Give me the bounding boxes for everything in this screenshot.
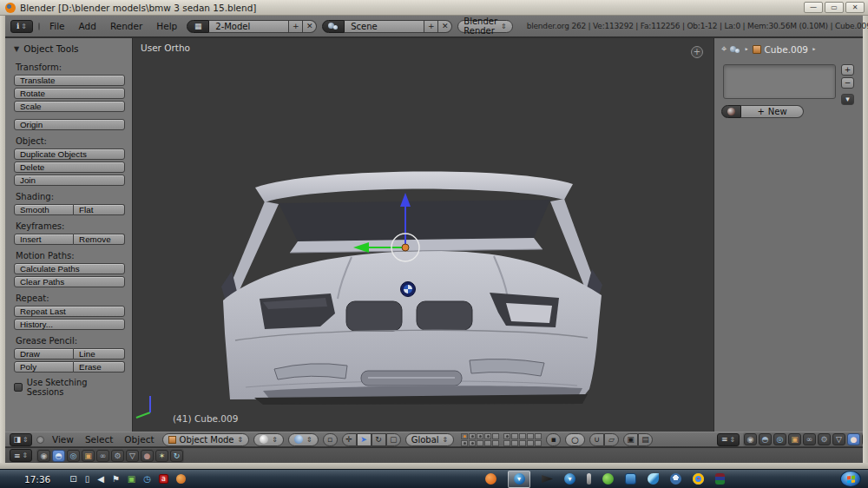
remove-material-slot-button[interactable]: − — [841, 77, 854, 89]
clock-sync-tray-icon[interactable]: ◷ — [143, 474, 151, 484]
remove-keyframe-button[interactable]: Remove — [74, 234, 125, 245]
paw-app-taskbar-icon[interactable] — [670, 473, 681, 485]
layer-cell[interactable] — [477, 440, 483, 446]
delete-layout-button[interactable]: ✕ — [303, 20, 317, 33]
snap-element-dropdown[interactable]: ▱ — [604, 433, 619, 446]
add-material-slot-button[interactable]: + — [841, 64, 854, 76]
scene-icon[interactable] — [322, 20, 345, 33]
tab-material-icon[interactable]: ● — [141, 450, 154, 462]
tab-render-icon[interactable]: ◉ — [744, 433, 757, 445]
menu-select[interactable]: Select — [82, 434, 116, 445]
header-collapse-dot[interactable] — [36, 436, 44, 444]
delete-button[interactable]: Delete — [14, 162, 125, 173]
grease-line-button[interactable]: Line — [74, 348, 125, 359]
join-button[interactable]: Join — [14, 175, 125, 186]
swoosh-app-taskbar-icon[interactable] — [648, 473, 659, 485]
layer-cell[interactable] — [492, 433, 499, 439]
layer-cell[interactable] — [503, 440, 510, 446]
tab-modifiers-icon[interactable]: ⚙ — [111, 450, 124, 462]
add-scene-button[interactable]: + — [424, 20, 438, 33]
editor-type-info-dropdown[interactable]: ℹ ⇕ — [10, 20, 33, 33]
tab-render-icon[interactable]: ◉ — [37, 450, 50, 462]
layer-cell[interactable] — [492, 440, 499, 446]
tab-world-icon[interactable]: ◎ — [67, 450, 80, 462]
tab-scene-icon[interactable]: ◓ — [759, 433, 772, 445]
download-app-taskbar-icon[interactable]: ▾ — [564, 473, 575, 485]
start-button[interactable] — [840, 471, 861, 487]
maximize-button[interactable]: ▭ — [825, 2, 844, 13]
rotate-manipulator-toggle[interactable]: ↻ — [372, 433, 386, 446]
winrar-taskbar-icon[interactable] — [715, 473, 725, 485]
layer-cell[interactable] — [477, 433, 483, 439]
add-layout-button[interactable]: + — [289, 20, 303, 33]
insert-keyframe-button[interactable]: Insert — [14, 234, 74, 245]
rotate-button[interactable]: Rotate — [14, 88, 125, 99]
new-material-button[interactable]: + New — [741, 105, 804, 118]
tab-material-icon[interactable]: ● — [847, 433, 860, 445]
layer-cell[interactable] — [535, 433, 542, 439]
app-tray-icon[interactable]: ▣ — [128, 474, 135, 484]
battery-tray-icon[interactable]: ▯ — [85, 474, 90, 484]
repeat-last-button[interactable]: Repeat Last — [14, 306, 125, 317]
lock-to-scene-toggle[interactable]: ▪ — [546, 433, 561, 446]
origin-button[interactable]: Origin — [14, 119, 125, 130]
editor-type-properties-dropdown[interactable]: ≡ ⇕ — [717, 433, 740, 446]
object-tools-panel-header[interactable]: ▼ Object Tools — [14, 43, 125, 54]
translate-manipulator-toggle[interactable]: ➤ — [357, 433, 372, 446]
smooth-button[interactable]: Smooth — [14, 204, 74, 215]
window-titlebar[interactable]: Blender [D:\blender models\bmw 3 sedan 1… — [0, 0, 868, 16]
taskbar-clock[interactable]: 17:36 — [24, 474, 50, 485]
minimize-button[interactable]: — — [804, 2, 823, 13]
active-app-button[interactable]: ▾ — [508, 471, 530, 488]
menu-add[interactable]: Add — [75, 21, 101, 31]
mode-dropdown[interactable]: Object Mode ⇕ — [162, 433, 250, 446]
chrome-taskbar-icon[interactable] — [693, 473, 704, 485]
tab-object-icon[interactable]: ▣ — [82, 450, 95, 462]
screen-layout-field[interactable]: 2-Model — [209, 20, 289, 33]
editor-type-bottom-dropdown[interactable]: ≡ ⇕ — [10, 449, 32, 462]
menu-object[interactable]: Object — [121, 434, 157, 445]
screen-layout-icon[interactable]: ▦ — [187, 20, 209, 33]
tab-object-icon[interactable]: ▣ — [788, 433, 801, 445]
close-button[interactable]: ✕ — [845, 2, 865, 13]
snap-magnet-toggle[interactable]: ∪ — [589, 433, 604, 446]
sketching-sessions-checkbox[interactable] — [14, 383, 23, 392]
scene-field[interactable]: Scene — [345, 20, 424, 33]
tab-scene-icon[interactable]: ◓ — [52, 450, 65, 462]
network-tray-icon[interactable]: ⊡ — [69, 474, 76, 484]
layer-cell[interactable] — [484, 433, 491, 439]
menu-help[interactable]: Help — [152, 21, 181, 31]
tab-texture-icon[interactable]: ✶ — [862, 433, 863, 445]
action-center-flag-icon[interactable]: ⚑ — [112, 474, 120, 484]
layer-cell[interactable] — [527, 433, 534, 439]
layer-cell[interactable] — [461, 433, 468, 439]
pin-tool-taskbar-icon[interactable] — [587, 473, 591, 485]
scale-manipulator-toggle[interactable]: ▢ — [386, 433, 401, 446]
media-player-taskbar-icon[interactable] — [542, 473, 553, 485]
material-slot-list[interactable] — [723, 64, 836, 99]
antivirus-tray-icon[interactable]: a — [159, 474, 168, 484]
history-button[interactable]: History... — [14, 319, 125, 330]
delete-scene-button[interactable]: ✕ — [438, 20, 452, 33]
scale-button[interactable]: Scale — [14, 101, 125, 112]
grease-draw-button[interactable]: Draw — [14, 348, 74, 359]
layer-cell[interactable] — [469, 440, 476, 446]
volume-tray-icon[interactable]: ◀ — [97, 474, 104, 484]
object-data-icon[interactable] — [753, 45, 761, 54]
proportional-edit-dropdown[interactable]: ○ — [565, 433, 585, 446]
translate-button[interactable]: Translate — [14, 75, 125, 86]
browse-material-button[interactable] — [721, 105, 741, 118]
opengl-render-image-button[interactable]: ▣ — [623, 433, 638, 446]
layer-cell[interactable] — [519, 440, 526, 446]
menu-render[interactable]: Render — [106, 21, 147, 31]
layer-cell[interactable] — [484, 440, 491, 446]
layer-cell[interactable] — [503, 433, 510, 439]
tab-particles-icon[interactable]: ✶ — [155, 450, 168, 462]
tab-constraints-icon[interactable]: ∞ — [96, 450, 109, 462]
header-collapse-dot[interactable] — [38, 23, 40, 30]
layer-cell[interactable] — [519, 433, 526, 439]
duplicate-objects-button[interactable]: Duplicate Objects — [14, 148, 125, 160]
expand-properties-region-button[interactable]: + — [691, 46, 703, 58]
scene-data-icon[interactable] — [730, 45, 740, 54]
clear-paths-button[interactable]: Clear Paths — [14, 276, 125, 287]
